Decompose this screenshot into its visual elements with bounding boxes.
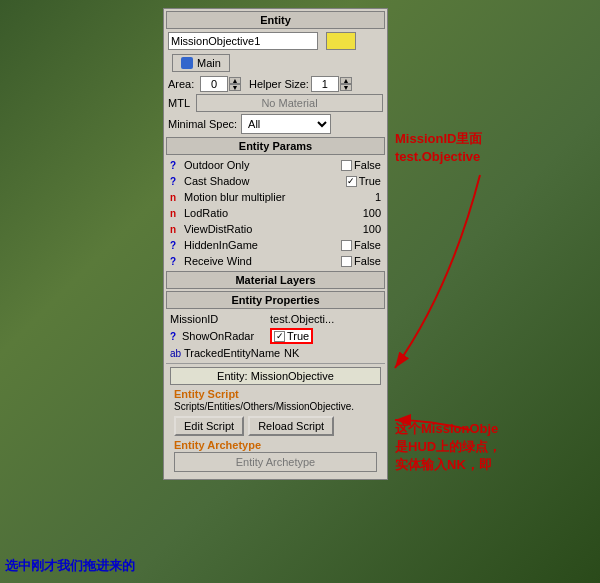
cb-receivewind[interactable] — [341, 256, 352, 267]
cb-castshadow[interactable] — [346, 176, 357, 187]
bottom-text-content: 选中刚才我们拖进来的 — [5, 558, 135, 573]
param-icon-4: n — [170, 224, 182, 235]
area-spinner: ▲ ▼ — [200, 76, 241, 92]
area-down-arrow[interactable]: ▼ — [229, 84, 241, 91]
checkbox-hiddeningame: False — [341, 239, 381, 251]
param-row-viewdist: n ViewDistRatio 100 — [166, 221, 385, 237]
minimal-spec-select[interactable]: All — [241, 114, 331, 134]
param-name-5: HiddenInGame — [182, 239, 341, 251]
area-up-arrow[interactable]: ▲ — [229, 77, 241, 84]
mtl-input[interactable] — [196, 94, 383, 112]
ep-value-0: test.Objecti... — [270, 313, 381, 325]
param-name-2: Motion blur multiplier — [182, 191, 375, 203]
helper-up-arrow[interactable]: ▲ — [340, 77, 352, 84]
divider-1 — [166, 363, 385, 364]
checkbox-outdoor: False — [341, 159, 381, 171]
helper-down-arrow[interactable]: ▼ — [340, 84, 352, 91]
mtl-row: MTL — [164, 93, 387, 113]
entity-header: Entity — [166, 11, 385, 29]
material-layers-header: Material Layers — [166, 271, 385, 289]
checkbox-receivewind: False — [341, 255, 381, 267]
annotation-line2: test.Objective — [395, 149, 480, 164]
entity-params-title: Entity Params — [239, 140, 312, 152]
ep-name-0: MissionID — [170, 313, 270, 325]
ep-value-highlighted-1: True — [270, 328, 313, 344]
reload-script-button[interactable]: Reload Script — [248, 416, 334, 436]
minimal-spec-label: Minimal Spec: — [168, 118, 237, 130]
cb-hiddeningame[interactable] — [341, 240, 352, 251]
helper-size-input[interactable] — [311, 76, 339, 92]
archetype-input[interactable] — [174, 452, 377, 472]
cb-showonradar[interactable] — [274, 331, 285, 342]
param-row-lodratio: n LodRatio 100 — [166, 205, 385, 221]
param-row-hiddeningame: ? HiddenInGame False — [166, 237, 385, 253]
helper-size-label: Helper Size: — [249, 78, 309, 90]
annotation-line3-3: 实体输入NK，即 — [395, 457, 492, 472]
archetype-label-text: Entity Archetype — [174, 439, 261, 451]
checkbox-castshadow: True — [346, 175, 381, 187]
ep-row-trackedentity: ab TrackedEntityName NK — [166, 345, 385, 361]
ep-icon-1: ? — [170, 331, 182, 342]
param-name-1: Cast Shadow — [182, 175, 346, 187]
param-val-4: 100 — [363, 223, 381, 235]
param-val-6: False — [354, 255, 381, 267]
param-icon-3: n — [170, 208, 182, 219]
area-row: Area: ▲ ▼ Helper Size: ▲ ▼ — [164, 75, 387, 93]
param-row-motionblur: n Motion blur multiplier 1 — [166, 189, 385, 205]
button-row: Edit Script Reload Script — [170, 414, 381, 438]
entity-properties-title: Entity Properties — [231, 294, 319, 306]
ep-name-1: ShowOnRadar — [182, 330, 270, 342]
script-path-text: Scripts/Entities/Others/MissionObjective… — [174, 401, 354, 412]
param-val-5: False — [354, 239, 381, 251]
cb-outdoor[interactable] — [341, 160, 352, 171]
main-tab[interactable]: Main — [172, 54, 230, 72]
mtl-label: MTL — [168, 97, 196, 109]
param-val-1: True — [359, 175, 381, 187]
ep-value-2: NK — [284, 347, 381, 359]
entity-script-label: Entity Script — [170, 387, 381, 401]
param-icon-6: ? — [170, 256, 182, 267]
entity-mission-label: Entity: MissionObjective — [170, 367, 381, 385]
script-path: Scripts/Entities/Others/MissionObjective… — [170, 401, 381, 414]
annotation-text-2: 这个MissionObje 是HUD上的绿点， 实体输入NK，即 — [395, 420, 501, 475]
ep-row-missionid: MissionID test.Objecti... — [166, 311, 385, 327]
annotation-line1: MissionID里面 — [395, 131, 482, 146]
entity-params-header: Entity Params — [166, 137, 385, 155]
main-tab-label: Main — [197, 57, 221, 69]
archetype-label: Entity Archetype — [170, 438, 381, 452]
entity-name-input[interactable] — [168, 32, 318, 50]
param-name-0: Outdoor Only — [182, 159, 341, 171]
helper-size-spinner: ▲ ▼ — [311, 76, 352, 92]
param-val-0: False — [354, 159, 381, 171]
area-input[interactable] — [200, 76, 228, 92]
edit-script-button[interactable]: Edit Script — [174, 416, 244, 436]
name-row — [164, 31, 387, 51]
ep-icon-2: ab — [170, 348, 184, 359]
reload-script-label: Reload Script — [258, 420, 324, 432]
color-picker[interactable] — [326, 32, 356, 50]
entity-properties-header: Entity Properties — [166, 291, 385, 309]
tab-icon — [181, 57, 193, 69]
param-row-receivewind: ? Receive Wind False — [166, 253, 385, 269]
entity-title: Entity — [260, 14, 291, 26]
entity-footer: Entity: MissionObjective Entity Script S… — [166, 366, 385, 477]
param-icon-1: ? — [170, 176, 182, 187]
main-tab-row: Main — [164, 51, 387, 75]
param-row-outdoor: ? Outdoor Only False — [166, 157, 385, 173]
param-row-castshadow: ? Cast Shadow True — [166, 173, 385, 189]
entity-script-text: Entity Script — [174, 388, 239, 400]
param-icon-2: n — [170, 192, 182, 203]
param-name-6: Receive Wind — [182, 255, 341, 267]
annotation-block-2: 这个MissionObje 是HUD上的绿点， 实体输入NK，即 — [395, 420, 501, 475]
param-name-4: ViewDistRatio — [182, 223, 363, 235]
bottom-text: 选中刚才我们拖进来的 — [5, 557, 135, 575]
material-layers-title: Material Layers — [235, 274, 315, 286]
annotation-block-1: MissionID里面 test.Objective — [395, 130, 482, 166]
param-val-2: 1 — [375, 191, 381, 203]
minimal-spec-row: Minimal Spec: All — [164, 113, 387, 135]
entity-mission-text: Entity: MissionObjective — [217, 370, 334, 382]
entity-panel: Entity Main Area: ▲ ▼ Helper Size: ▲ — [163, 8, 388, 480]
annotation-line3-1: 这个MissionObje — [395, 421, 498, 436]
edit-script-label: Edit Script — [184, 420, 234, 432]
area-label: Area: — [168, 78, 200, 90]
